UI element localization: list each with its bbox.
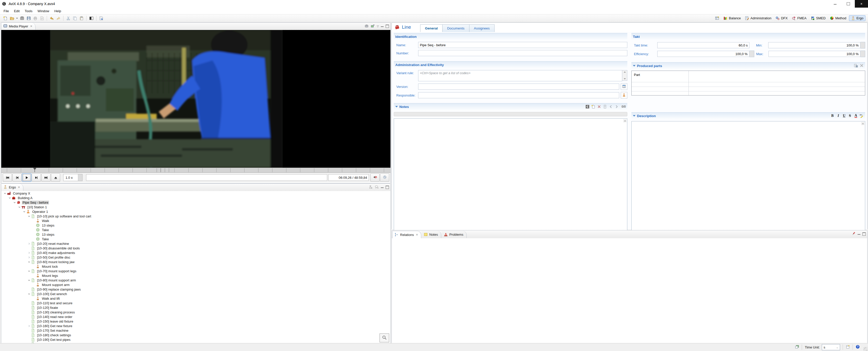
- toolbar-print-icon[interactable]: [32, 15, 39, 22]
- tree-item[interactable]: Mount support arm: [1, 283, 391, 287]
- tree-item[interactable]: Walk: [1, 218, 391, 223]
- toolbar-open-icon[interactable]: [9, 15, 15, 22]
- tree-item[interactable]: [10-130] cleaning process: [1, 310, 391, 315]
- view-menu-icon[interactable]: ▽: [377, 25, 379, 28]
- media-next-button[interactable]: [32, 173, 41, 182]
- description-body[interactable]: [631, 121, 865, 243]
- perspective-method-button[interactable]: Method: [828, 15, 848, 21]
- tree-expander-icon[interactable]: [3, 191, 7, 195]
- close-tab-icon[interactable]: ×: [18, 185, 20, 189]
- tree-item[interactable]: [10-120] fixate: [1, 305, 391, 310]
- tab-problems[interactable]: Problems: [442, 231, 467, 238]
- menu-window[interactable]: Window: [35, 8, 52, 14]
- add-part-icon[interactable]: [854, 63, 858, 68]
- perspective-fmea-button[interactable]: FMEA: [790, 15, 808, 21]
- media-play-button[interactable]: [22, 173, 31, 182]
- notes-new-icon[interactable]: [591, 105, 595, 109]
- fmt-underline-icon[interactable]: U: [842, 114, 846, 118]
- tree-item[interactable]: [10-170] Set machine: [1, 328, 391, 333]
- maximize-button[interactable]: [842, 0, 855, 8]
- seek-slider[interactable]: [86, 174, 327, 181]
- tree-item[interactable]: [10-30] disassemble old tools: [1, 246, 391, 251]
- tree-item[interactable]: [10-70] mount support legs: [1, 269, 391, 273]
- tree-expander-icon[interactable]: [27, 269, 31, 273]
- tab-general[interactable]: General: [420, 24, 442, 32]
- video-frame[interactable]: [1, 30, 391, 168]
- export-image-icon[interactable]: [371, 24, 375, 29]
- new-window-icon[interactable]: [846, 345, 850, 350]
- produced-parts-table[interactable]: Part: [631, 70, 865, 95]
- tree-expander-icon[interactable]: [22, 209, 26, 213]
- maximize-view-icon[interactable]: [385, 186, 389, 189]
- fmt-spell-icon[interactable]: abc: [860, 114, 864, 118]
- playback-speed[interactable]: 1.0 x: [63, 174, 83, 181]
- toolbar-undo-icon[interactable]: [49, 15, 55, 22]
- toolbar-dropdown-icon[interactable]: [15, 15, 19, 22]
- menu-tools[interactable]: Tools: [22, 8, 35, 14]
- notes-share-icon[interactable]: [585, 105, 589, 109]
- menu-edit[interactable]: Edit: [11, 8, 22, 14]
- media-end-button[interactable]: [41, 173, 51, 182]
- notes-body[interactable]: [394, 118, 627, 234]
- add-comment-icon[interactable]: [375, 185, 379, 190]
- notes-left-icon[interactable]: [609, 105, 613, 109]
- tree-expander-icon[interactable]: [27, 278, 31, 282]
- tree-item[interactable]: Operator 1: [1, 209, 391, 214]
- snapshot-icon[interactable]: [365, 24, 369, 29]
- tree-item[interactable]: [10-180] check settings: [1, 333, 391, 337]
- tree-expander-icon[interactable]: [8, 196, 12, 200]
- perspective-ergo-button[interactable]: Ergo: [849, 15, 865, 21]
- variant-rule-input[interactable]: [418, 70, 622, 81]
- tree-expander-icon[interactable]: [27, 214, 31, 218]
- tree-item[interactable]: [10-90] replace clamping jaws: [1, 287, 391, 292]
- toolbar-split-icon[interactable]: [88, 15, 95, 22]
- close-tab-icon[interactable]: ×: [416, 233, 418, 237]
- media-prev-button[interactable]: [12, 173, 22, 182]
- fmt-strike-icon[interactable]: S: [848, 114, 852, 118]
- tree-expander-icon[interactable]: [27, 251, 31, 255]
- number-input[interactable]: [418, 50, 627, 56]
- tree-item[interactable]: [10-150] leave old fixture: [1, 319, 391, 324]
- maximize-view-icon[interactable]: [862, 232, 866, 236]
- tree-item[interactable]: Walk and lift: [1, 296, 391, 301]
- tree-item[interactable]: [10] Station 1: [1, 205, 391, 209]
- resize-grip[interactable]: [863, 347, 867, 351]
- tree-item[interactable]: Mount lock: [1, 264, 391, 269]
- tree-item[interactable]: Take: [1, 237, 391, 241]
- perspective-dfx-button[interactable]: DFX: [774, 15, 789, 21]
- name-input[interactable]: [418, 42, 627, 48]
- min-input[interactable]: [768, 42, 860, 48]
- scroll-up-icon[interactable]: [623, 119, 626, 122]
- cascade-windows-icon[interactable]: [795, 345, 799, 350]
- tree-item[interactable]: [10-80] mount support arm: [1, 278, 391, 283]
- toolbar-report-icon[interactable]: [98, 15, 104, 22]
- fmt-italic-icon[interactable]: I: [836, 114, 840, 118]
- tree-item[interactable]: [10-60] mount locking jaw: [1, 260, 391, 264]
- tree-expander-icon[interactable]: [27, 324, 31, 328]
- perspective-administration-button[interactable]: Administration: [743, 15, 773, 21]
- maximize-view-icon[interactable]: [385, 25, 389, 28]
- add-operator-icon[interactable]: [369, 185, 373, 190]
- responsible-person-button[interactable]: [621, 92, 627, 98]
- tab-relations[interactable]: Relations×: [392, 231, 421, 238]
- tree-expander-icon[interactable]: [27, 292, 31, 296]
- toolbar-redo-icon[interactable]: [55, 15, 62, 22]
- tree-item[interactable]: [10-20] reset machine: [1, 241, 391, 246]
- notes-doc-icon[interactable]: [603, 105, 607, 109]
- tree-item[interactable]: Building A: [1, 196, 391, 200]
- toolbar-copy-icon[interactable]: [71, 15, 78, 22]
- minimize-view-icon[interactable]: [381, 186, 383, 188]
- clock-button[interactable]: [380, 173, 389, 182]
- tree-expander-icon[interactable]: [27, 260, 31, 264]
- tree-item[interactable]: [10-160] Get new fixture: [1, 324, 391, 328]
- close-tab-icon[interactable]: ×: [30, 24, 32, 28]
- collapse-icon[interactable]: [633, 65, 636, 66]
- tree-item[interactable]: [10-190] Get test pipes: [1, 337, 391, 342]
- tree-item[interactable]: [10-110] test and secure: [1, 301, 391, 305]
- version-calendar-button[interactable]: 13: [621, 83, 627, 90]
- collapse-icon[interactable]: [395, 106, 398, 108]
- tree-item[interactable]: 13 steps: [1, 223, 391, 228]
- tree-item[interactable]: 13 steps: [1, 232, 391, 237]
- notes-right-icon[interactable]: [615, 105, 619, 109]
- tree-expander-icon[interactable]: [27, 241, 31, 245]
